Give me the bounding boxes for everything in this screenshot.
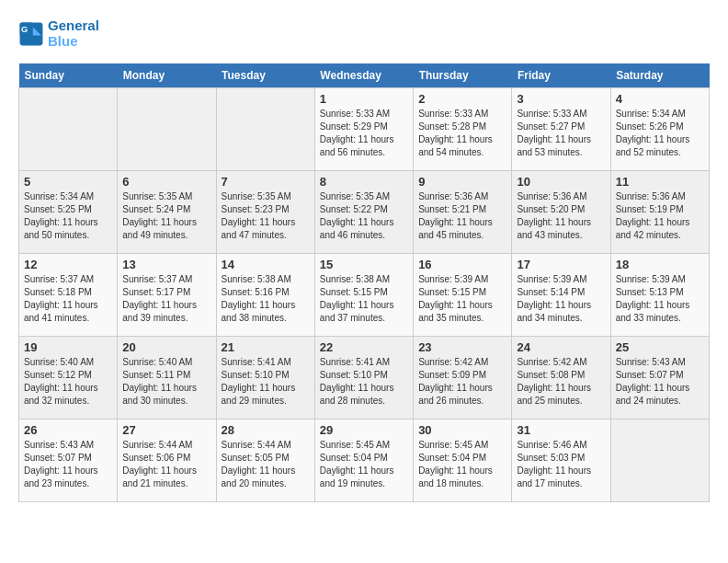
day-info: Sunrise: 5:43 AM Sunset: 5:07 PM Dayligh…: [616, 356, 704, 408]
calendar-cell: 3Sunrise: 5:33 AM Sunset: 5:27 PM Daylig…: [512, 88, 610, 171]
day-number: 11: [616, 175, 704, 189]
calendar-cell: 6Sunrise: 5:35 AM Sunset: 5:24 PM Daylig…: [118, 171, 216, 254]
weekday-header-row: SundayMondayTuesdayWednesdayThursdayFrid…: [19, 63, 710, 88]
day-number: 12: [24, 258, 112, 271]
day-number: 20: [122, 340, 210, 354]
day-number: 27: [122, 423, 210, 437]
day-number: 13: [122, 258, 210, 271]
calendar-cell: 16Sunrise: 5:39 AM Sunset: 5:15 PM Dayli…: [414, 254, 512, 337]
calendar-cell: 13Sunrise: 5:37 AM Sunset: 5:17 PM Dayli…: [118, 254, 216, 337]
day-number: 31: [517, 423, 605, 437]
day-info: Sunrise: 5:41 AM Sunset: 5:10 PM Dayligh…: [222, 356, 310, 408]
logo-icon: G: [18, 21, 44, 47]
day-info: Sunrise: 5:33 AM Sunset: 5:29 PM Dayligh…: [320, 108, 408, 159]
day-info: Sunrise: 5:35 AM Sunset: 5:24 PM Dayligh…: [122, 190, 210, 242]
calendar-cell: 5Sunrise: 5:34 AM Sunset: 5:25 PM Daylig…: [19, 171, 118, 254]
day-info: Sunrise: 5:40 AM Sunset: 5:11 PM Dayligh…: [122, 356, 210, 408]
calendar-cell: 21Sunrise: 5:41 AM Sunset: 5:10 PM Dayli…: [216, 337, 314, 419]
calendar-cell: 29Sunrise: 5:45 AM Sunset: 5:04 PM Dayli…: [314, 419, 413, 502]
weekday-header-monday: Monday: [118, 63, 216, 88]
day-info: Sunrise: 5:35 AM Sunset: 5:23 PM Dayligh…: [222, 190, 310, 242]
day-info: Sunrise: 5:44 AM Sunset: 5:06 PM Dayligh…: [122, 439, 210, 490]
weekday-header-saturday: Saturday: [610, 63, 709, 88]
calendar-cell: 17Sunrise: 5:39 AM Sunset: 5:14 PM Dayli…: [512, 254, 610, 337]
calendar-week-5: 26Sunrise: 5:43 AM Sunset: 5:07 PM Dayli…: [19, 419, 710, 502]
day-info: Sunrise: 5:38 AM Sunset: 5:15 PM Dayligh…: [320, 273, 408, 325]
day-info: Sunrise: 5:39 AM Sunset: 5:13 PM Dayligh…: [616, 273, 704, 325]
calendar-cell: 14Sunrise: 5:38 AM Sunset: 5:16 PM Dayli…: [216, 254, 314, 337]
calendar-cell: 24Sunrise: 5:42 AM Sunset: 5:08 PM Dayli…: [512, 337, 610, 419]
day-number: 18: [616, 258, 704, 271]
day-info: Sunrise: 5:34 AM Sunset: 5:25 PM Dayligh…: [24, 190, 112, 242]
calendar-cell: 20Sunrise: 5:40 AM Sunset: 5:11 PM Dayli…: [118, 337, 216, 419]
calendar-week-4: 19Sunrise: 5:40 AM Sunset: 5:12 PM Dayli…: [19, 337, 710, 419]
day-info: Sunrise: 5:44 AM Sunset: 5:05 PM Dayligh…: [222, 439, 310, 490]
calendar-cell: 28Sunrise: 5:44 AM Sunset: 5:05 PM Dayli…: [216, 419, 314, 502]
calendar-table: SundayMondayTuesdayWednesdayThursdayFrid…: [18, 63, 710, 502]
calendar-cell: 19Sunrise: 5:40 AM Sunset: 5:12 PM Dayli…: [19, 337, 118, 419]
calendar-week-3: 12Sunrise: 5:37 AM Sunset: 5:18 PM Dayli…: [19, 254, 710, 337]
day-info: Sunrise: 5:43 AM Sunset: 5:07 PM Dayligh…: [24, 439, 112, 490]
calendar-cell: 2Sunrise: 5:33 AM Sunset: 5:28 PM Daylig…: [414, 88, 512, 171]
day-info: Sunrise: 5:42 AM Sunset: 5:08 PM Dayligh…: [517, 356, 605, 408]
weekday-header-sunday: Sunday: [19, 63, 118, 88]
weekday-header-thursday: Thursday: [414, 63, 512, 88]
calendar-cell: [610, 419, 709, 502]
day-number: 28: [222, 423, 310, 437]
day-number: 2: [418, 92, 506, 106]
calendar-cell: [19, 88, 118, 171]
day-number: 1: [320, 92, 408, 106]
page-header: G General Blue: [18, 18, 710, 49]
day-info: Sunrise: 5:33 AM Sunset: 5:27 PM Dayligh…: [517, 108, 605, 159]
day-info: Sunrise: 5:39 AM Sunset: 5:14 PM Dayligh…: [517, 273, 605, 325]
calendar-cell: 9Sunrise: 5:36 AM Sunset: 5:21 PM Daylig…: [414, 171, 512, 254]
weekday-header-tuesday: Tuesday: [216, 63, 314, 88]
calendar-cell: 18Sunrise: 5:39 AM Sunset: 5:13 PM Dayli…: [610, 254, 709, 337]
calendar-cell: 27Sunrise: 5:44 AM Sunset: 5:06 PM Dayli…: [118, 419, 216, 502]
day-info: Sunrise: 5:35 AM Sunset: 5:22 PM Dayligh…: [320, 190, 408, 242]
calendar-cell: 30Sunrise: 5:45 AM Sunset: 5:04 PM Dayli…: [414, 419, 512, 502]
day-number: 16: [418, 258, 506, 271]
day-info: Sunrise: 5:37 AM Sunset: 5:18 PM Dayligh…: [24, 273, 112, 325]
logo: G General Blue: [18, 18, 99, 49]
svg-text:G: G: [21, 25, 28, 34]
day-number: 21: [222, 340, 310, 354]
day-info: Sunrise: 5:36 AM Sunset: 5:20 PM Dayligh…: [517, 190, 605, 242]
day-info: Sunrise: 5:34 AM Sunset: 5:26 PM Dayligh…: [616, 108, 704, 159]
day-number: 4: [616, 92, 704, 106]
day-number: 17: [517, 258, 605, 271]
calendar-week-1: 1Sunrise: 5:33 AM Sunset: 5:29 PM Daylig…: [19, 88, 710, 171]
calendar-cell: 7Sunrise: 5:35 AM Sunset: 5:23 PM Daylig…: [216, 171, 314, 254]
day-info: Sunrise: 5:38 AM Sunset: 5:16 PM Dayligh…: [222, 273, 310, 325]
day-number: 26: [24, 423, 112, 437]
calendar-cell: 31Sunrise: 5:46 AM Sunset: 5:03 PM Dayli…: [512, 419, 610, 502]
calendar-cell: 25Sunrise: 5:43 AM Sunset: 5:07 PM Dayli…: [610, 337, 709, 419]
calendar-cell: 22Sunrise: 5:41 AM Sunset: 5:10 PM Dayli…: [314, 337, 413, 419]
calendar-cell: 4Sunrise: 5:34 AM Sunset: 5:26 PM Daylig…: [610, 88, 709, 171]
day-info: Sunrise: 5:36 AM Sunset: 5:21 PM Dayligh…: [418, 190, 506, 242]
day-number: 29: [320, 423, 408, 437]
day-info: Sunrise: 5:39 AM Sunset: 5:15 PM Dayligh…: [418, 273, 506, 325]
day-info: Sunrise: 5:41 AM Sunset: 5:10 PM Dayligh…: [320, 356, 408, 408]
day-info: Sunrise: 5:37 AM Sunset: 5:17 PM Dayligh…: [122, 273, 210, 325]
day-info: Sunrise: 5:45 AM Sunset: 5:04 PM Dayligh…: [320, 439, 408, 490]
weekday-header-wednesday: Wednesday: [314, 63, 413, 88]
calendar-cell: 26Sunrise: 5:43 AM Sunset: 5:07 PM Dayli…: [19, 419, 118, 502]
calendar-cell: [216, 88, 314, 171]
day-info: Sunrise: 5:33 AM Sunset: 5:28 PM Dayligh…: [418, 108, 506, 159]
day-info: Sunrise: 5:42 AM Sunset: 5:09 PM Dayligh…: [418, 356, 506, 408]
calendar-cell: 8Sunrise: 5:35 AM Sunset: 5:22 PM Daylig…: [314, 171, 413, 254]
day-number: 6: [122, 175, 210, 189]
day-number: 10: [517, 175, 605, 189]
day-info: Sunrise: 5:45 AM Sunset: 5:04 PM Dayligh…: [418, 439, 506, 490]
day-info: Sunrise: 5:40 AM Sunset: 5:12 PM Dayligh…: [24, 356, 112, 408]
day-number: 30: [418, 423, 506, 437]
day-number: 3: [517, 92, 605, 106]
day-number: 15: [320, 258, 408, 271]
day-number: 24: [517, 340, 605, 354]
day-number: 5: [24, 175, 112, 189]
weekday-header-friday: Friday: [512, 63, 610, 88]
calendar-cell: 1Sunrise: 5:33 AM Sunset: 5:29 PM Daylig…: [314, 88, 413, 171]
day-number: 19: [24, 340, 112, 354]
day-number: 22: [320, 340, 408, 354]
